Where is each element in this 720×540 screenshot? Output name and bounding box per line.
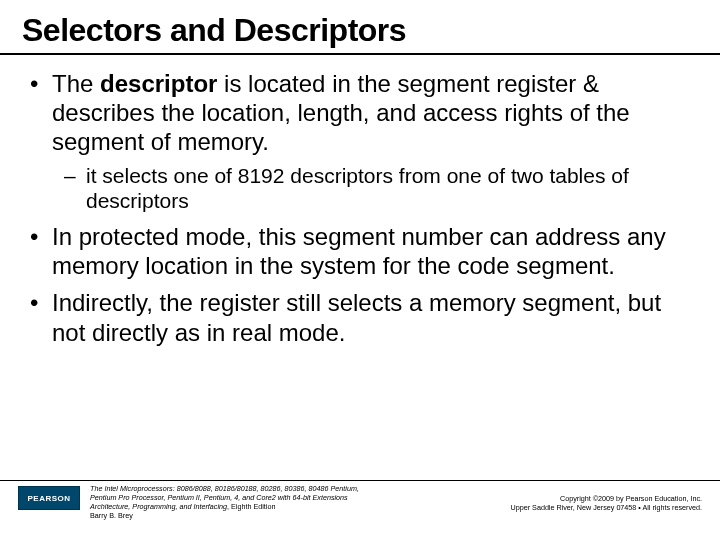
book-author: Barry B. Brey [90, 511, 133, 520]
bullet-1: The descriptor is located in the segment… [44, 69, 698, 214]
footer-rule [0, 480, 720, 481]
slide-body: The descriptor is located in the segment… [22, 69, 698, 347]
bullet-3: Indirectly, the register still selects a… [44, 288, 698, 347]
copy-line1: Copyright ©2009 by Pearson Education, In… [560, 494, 702, 503]
footer-inner: PEARSON The Intel Microprocessors: 8086/… [0, 484, 720, 524]
title-underline [0, 53, 720, 55]
book-line1: The Intel Microprocessors: 8086/8088, 80… [90, 484, 359, 493]
book-citation: The Intel Microprocessors: 8086/8088, 80… [90, 484, 501, 520]
slide: Selectors and Descriptors The descriptor… [0, 0, 720, 540]
slide-title: Selectors and Descriptors [22, 12, 698, 49]
book-line3-tail: , Eighth Edition [227, 502, 275, 511]
bullet-list: The descriptor is located in the segment… [26, 69, 698, 347]
bullet-2: In protected mode, this segment number c… [44, 222, 698, 281]
publisher-logo: PEARSON [18, 486, 80, 510]
footer: PEARSON The Intel Microprocessors: 8086/… [0, 480, 720, 540]
book-line2: Pentium Pro Processor, Pentium II, Penti… [90, 493, 348, 502]
bullet-1-bold: descriptor [100, 70, 217, 97]
sub-list-1: it selects one of 8192 descriptors from … [52, 163, 698, 214]
bullet-1-pre: The [52, 70, 100, 97]
book-line3: Architecture, Programming, and Interfaci… [90, 502, 227, 511]
copy-line2: Upper Saddle River, New Jersey 07458 • A… [511, 503, 702, 512]
sub-bullet-1: it selects one of 8192 descriptors from … [78, 163, 698, 214]
copyright: Copyright ©2009 by Pearson Education, In… [511, 484, 702, 512]
